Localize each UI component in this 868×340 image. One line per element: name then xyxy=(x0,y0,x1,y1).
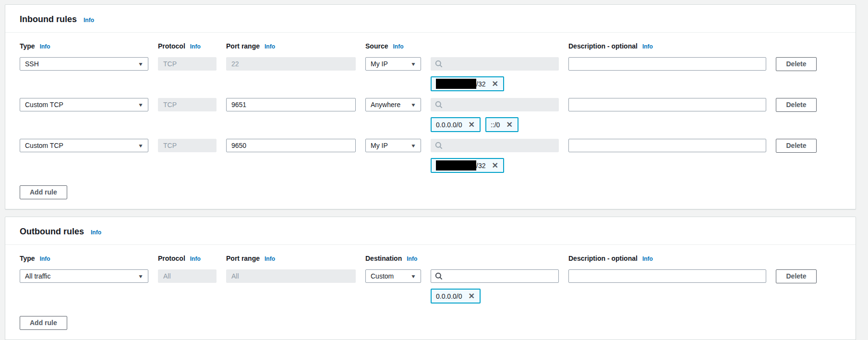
source-select[interactable]: My IP ▼ xyxy=(365,57,421,71)
source-select[interactable]: Anywhere ▼ xyxy=(365,98,421,111)
cidr-token: /32 ✕ xyxy=(431,76,504,91)
description-input[interactable] xyxy=(568,269,766,283)
cidr-token: 0.0.0.0/0 ✕ xyxy=(431,117,481,132)
description-input[interactable] xyxy=(568,57,766,71)
inbound-rule-row-1: SSH ▼ My IP ▼ Delete /32 ✕ xyxy=(20,57,841,91)
outbound-rules-title: Outbound rules xyxy=(20,227,84,237)
port-range-info-link[interactable]: Info xyxy=(265,255,275,263)
protocol-column-label: Protocol xyxy=(158,42,185,50)
destination-select[interactable]: Custom ▼ xyxy=(365,269,421,283)
description-input[interactable] xyxy=(568,139,766,152)
port-range-column-label: Port range xyxy=(226,255,260,262)
destination-column-label: Destination xyxy=(365,255,402,262)
column-header-destination: Destination Info xyxy=(365,255,421,263)
destination-select-value: Custom xyxy=(371,272,394,280)
inbound-rules-body: Type Info Protocol Info Port range Info … xyxy=(5,33,856,209)
type-select[interactable]: All traffic ▼ xyxy=(20,269,148,283)
close-icon[interactable]: ✕ xyxy=(468,292,475,300)
type-select-value: SSH xyxy=(25,60,39,68)
inbound-rules-card: Inbound rules Info Type Info Protocol In… xyxy=(5,4,856,209)
outbound-rules-card: Outbound rules Info Type Info Protocol I… xyxy=(5,217,856,340)
protocol-info-link[interactable]: Info xyxy=(190,43,201,50)
source-token-row: 0.0.0.0/0 ✕ ::/0 ✕ xyxy=(431,117,559,132)
chevron-down-icon: ▼ xyxy=(138,61,144,67)
search-icon xyxy=(435,142,443,149)
close-icon[interactable]: ✕ xyxy=(491,80,498,88)
search-icon xyxy=(435,272,443,280)
cidr-token-label: 0.0.0.0/0 xyxy=(436,292,462,300)
protocol-input xyxy=(158,98,217,111)
port-range-input xyxy=(226,57,356,71)
add-rule-button[interactable]: Add rule xyxy=(20,185,67,199)
outbound-rules-header: Outbound rules Info xyxy=(5,217,856,245)
protocol-input xyxy=(158,139,217,152)
column-header-port-range: Port range Info xyxy=(226,42,356,50)
delete-button[interactable]: Delete xyxy=(776,57,817,71)
cidr-token-label: /32 xyxy=(436,79,485,89)
source-search-input xyxy=(446,60,555,68)
source-search-input xyxy=(446,141,555,150)
destination-search-input[interactable] xyxy=(446,272,555,280)
chevron-down-icon: ▼ xyxy=(410,274,416,279)
type-column-label: Type xyxy=(20,42,35,50)
description-info-link[interactable]: Info xyxy=(642,43,653,50)
inbound-rule-row-3: Custom TCP ▼ My IP ▼ Delete /32 ✕ xyxy=(20,139,841,173)
source-search-box xyxy=(431,139,559,152)
type-select[interactable]: Custom TCP ▼ xyxy=(20,139,148,152)
outbound-rule-row-1: All traffic ▼ Custom ▼ Delete 0.0.0.0/0 … xyxy=(20,269,841,304)
chevron-down-icon: ▼ xyxy=(410,143,416,148)
chevron-down-icon: ▼ xyxy=(138,102,144,108)
source-token-row: /32 ✕ xyxy=(431,158,559,173)
source-select[interactable]: My IP ▼ xyxy=(365,139,421,152)
close-icon[interactable]: ✕ xyxy=(468,121,475,129)
delete-button[interactable]: Delete xyxy=(776,139,817,153)
protocol-input xyxy=(158,269,217,283)
chevron-down-icon: ▼ xyxy=(138,143,144,148)
type-select-value: Custom TCP xyxy=(25,101,63,109)
source-select-value: My IP xyxy=(371,142,388,149)
inbound-column-headers: Type Info Protocol Info Port range Info … xyxy=(20,42,841,50)
inbound-rules-title: Inbound rules xyxy=(20,14,77,24)
protocol-input xyxy=(158,57,217,71)
add-rule-button[interactable]: Add rule xyxy=(20,316,67,330)
port-range-input[interactable] xyxy=(226,98,356,111)
close-icon[interactable]: ✕ xyxy=(491,162,498,170)
cidr-token: ::/0 ✕ xyxy=(485,117,518,132)
column-header-type: Type Info xyxy=(20,42,148,50)
redacted-ip-block xyxy=(436,79,476,89)
port-range-info-link[interactable]: Info xyxy=(265,43,275,50)
type-select-value: Custom TCP xyxy=(25,142,63,149)
type-info-link[interactable]: Info xyxy=(40,255,50,263)
cidr-suffix: /32 xyxy=(476,80,485,88)
outbound-info-link[interactable]: Info xyxy=(91,229,101,236)
source-search-box xyxy=(431,98,559,111)
source-token-row: /32 ✕ xyxy=(431,76,559,91)
cidr-token-label: /32 xyxy=(436,160,485,170)
column-header-protocol: Protocol Info xyxy=(158,255,217,263)
protocol-info-link[interactable]: Info xyxy=(190,255,201,263)
type-select[interactable]: Custom TCP ▼ xyxy=(20,98,148,111)
delete-button[interactable]: Delete xyxy=(776,98,817,112)
type-select-value: All traffic xyxy=(25,272,50,280)
description-info-link[interactable]: Info xyxy=(642,255,653,263)
close-icon[interactable]: ✕ xyxy=(506,121,513,129)
destination-info-link[interactable]: Info xyxy=(407,255,417,263)
type-select[interactable]: SSH ▼ xyxy=(20,57,148,71)
description-input[interactable] xyxy=(568,98,766,111)
source-info-link[interactable]: Info xyxy=(393,43,403,50)
inbound-rule-row-2: Custom TCP ▼ Anywhere ▼ Delete 0.0.0.0/0… xyxy=(20,98,841,132)
port-range-input xyxy=(226,269,356,283)
cidr-token: 0.0.0.0/0 ✕ xyxy=(431,289,481,304)
inbound-rules-header: Inbound rules Info xyxy=(5,5,856,33)
destination-search-box[interactable] xyxy=(431,269,559,283)
destination-token-row: 0.0.0.0/0 ✕ xyxy=(431,289,559,304)
type-info-link[interactable]: Info xyxy=(40,43,50,50)
description-column-label: Description - optional xyxy=(568,42,638,50)
inbound-info-link[interactable]: Info xyxy=(84,17,94,24)
source-search-box xyxy=(431,57,559,71)
chevron-down-icon: ▼ xyxy=(410,102,416,108)
chevron-down-icon: ▼ xyxy=(138,274,144,279)
type-column-label: Type xyxy=(20,255,35,262)
port-range-input[interactable] xyxy=(226,139,356,152)
delete-button[interactable]: Delete xyxy=(776,269,817,283)
